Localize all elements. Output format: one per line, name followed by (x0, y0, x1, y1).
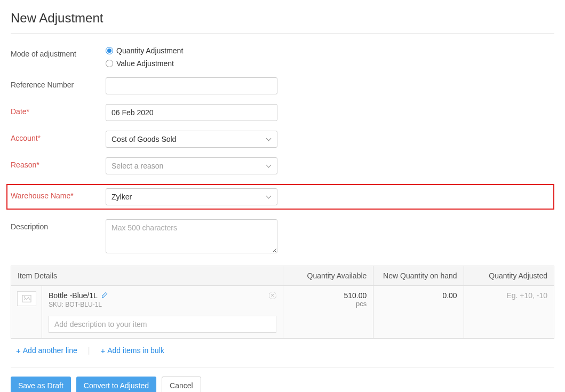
page-title: New Adjustment (11, 11, 554, 26)
label-warehouse: Warehouse Name* (11, 188, 106, 200)
label-description: Description (11, 219, 106, 231)
th-new-qty: New Quantity on hand (373, 266, 464, 286)
chevron-down-icon (266, 164, 272, 167)
radio-quantity-adjustment[interactable]: Quantity Adjustment (106, 46, 277, 55)
account-select[interactable]: Cost of Goods Sold (106, 131, 277, 148)
qty-adjusted-placeholder[interactable]: Eg. +10, -10 (471, 291, 547, 300)
convert-adjusted-button[interactable]: Convert to Adjusted (76, 377, 156, 392)
radio-quantity-label: Quantity Adjustment (116, 46, 183, 55)
chevron-down-icon (266, 195, 272, 198)
add-line-label: Add another line (23, 346, 77, 355)
add-bulk-link[interactable]: + Add items in bulk (100, 346, 164, 355)
th-qty-available: Quantity Available (283, 266, 373, 286)
reason-select[interactable]: Select a reason (106, 157, 277, 174)
warehouse-value: Zylker (112, 193, 132, 201)
th-qty-adjusted: Quantity Adjusted (464, 266, 554, 286)
qty-available-value: 510.00 (290, 291, 367, 300)
radio-icon (106, 47, 113, 54)
account-value: Cost of Goods Sold (112, 135, 176, 143)
table-actions: + Add another line | + Add items in bulk (11, 346, 554, 355)
row-reference: Reference Number (11, 77, 554, 94)
reference-input[interactable] (106, 77, 277, 94)
radio-value-adjustment[interactable]: Value Adjustment (106, 59, 277, 68)
item-name: Bottle -Blue/1L (49, 291, 97, 300)
new-qty-value[interactable]: 0.00 (380, 291, 457, 300)
cancel-button[interactable]: Cancel (162, 377, 201, 392)
add-bulk-label: Add items in bulk (107, 346, 164, 355)
title-divider (11, 33, 554, 34)
mode-radio-group: Quantity Adjustment Value Adjustment (106, 46, 277, 68)
label-mode: Mode of adjustment (11, 46, 106, 58)
remove-item-icon[interactable]: ✕ (269, 292, 276, 299)
items-table: Item Details Quantity Available New Quan… (11, 266, 554, 339)
radio-icon (106, 60, 113, 67)
radio-value-label: Value Adjustment (116, 59, 174, 68)
item-description-input[interactable] (49, 316, 276, 333)
label-date: Date* (11, 104, 106, 116)
date-input[interactable] (106, 104, 277, 121)
label-reference: Reference Number (11, 77, 106, 89)
row-reason: Reason* Select a reason (11, 157, 554, 174)
row-account: Account* Cost of Goods Sold (11, 131, 554, 148)
separator: | (88, 346, 90, 355)
save-draft-button[interactable]: Save as Draft (11, 377, 71, 392)
label-account: Account* (11, 131, 106, 142)
add-line-link[interactable]: + Add another line (16, 346, 77, 355)
qty-unit: pcs (290, 300, 367, 308)
description-textarea[interactable] (106, 219, 277, 253)
row-date: Date* (11, 104, 554, 121)
th-item: Item Details (11, 266, 283, 286)
footer-buttons: Save as Draft Convert to Adjusted Cancel (11, 377, 554, 392)
svg-point-0 (23, 297, 25, 298)
table-row: Bottle -Blue/1L ✕ SKU: BOT-BLU-1L 510. (11, 286, 554, 339)
plus-icon: + (16, 347, 21, 355)
footer-divider (11, 367, 554, 368)
reason-placeholder: Select a reason (112, 162, 163, 170)
plus-icon: + (100, 347, 105, 355)
row-mode: Mode of adjustment Quantity Adjustment V… (11, 46, 554, 68)
item-sku: SKU: BOT-BLU-1L (49, 301, 276, 308)
row-warehouse: Warehouse Name* Zylker (6, 184, 554, 210)
label-reason: Reason* (11, 157, 106, 169)
edit-icon[interactable] (101, 292, 108, 298)
row-description: Description (11, 219, 554, 255)
chevron-down-icon (266, 138, 272, 141)
image-placeholder-icon (17, 291, 36, 306)
warehouse-select[interactable]: Zylker (106, 188, 277, 205)
